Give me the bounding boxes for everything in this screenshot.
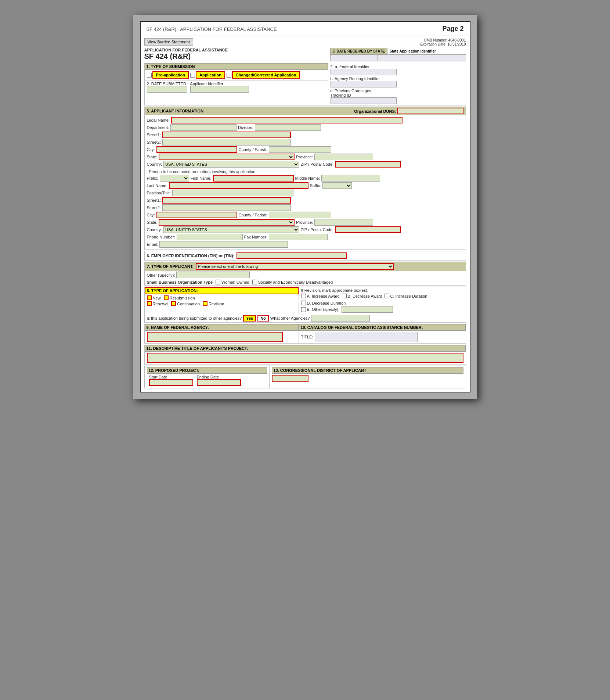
first-name-input[interactable] (213, 175, 294, 182)
other-agencies-input[interactable] (311, 315, 370, 322)
congressional-district-input[interactable] (272, 375, 308, 382)
other-specify-label: Other (Specify): (147, 273, 175, 277)
state-select[interactable] (159, 154, 295, 160)
other-specify-input[interactable] (176, 272, 250, 278)
tracking-id-input[interactable] (331, 97, 397, 104)
yes-button[interactable]: Yes (243, 315, 256, 322)
last-name-label: Last Name: (147, 183, 167, 188)
fax-input[interactable] (269, 234, 328, 240)
contact-header: Person to be contacted on matters involv… (147, 168, 463, 174)
revision-checkbox[interactable] (203, 301, 207, 306)
agency-routing-input[interactable] (331, 81, 397, 87)
application-btn[interactable]: Application (196, 71, 225, 79)
position-input[interactable] (172, 190, 293, 196)
increase-award-checkbox[interactable] (301, 294, 306, 298)
end-date-group: Ending Date (197, 375, 241, 386)
contact-street1-input[interactable] (162, 197, 291, 204)
federal-agency-input[interactable] (147, 332, 283, 342)
cfda-title-input[interactable] (315, 332, 418, 342)
country-zip-row: Country: USA: UNITED STATES ZIP / Postal… (147, 161, 463, 168)
province-input[interactable] (314, 154, 373, 160)
pre-app-container: Pre-application (147, 71, 189, 79)
women-owned-label: Women Owned (221, 280, 249, 284)
new-label: New (153, 296, 161, 300)
date-submitted-input[interactable] (147, 86, 187, 93)
country-label: Country: (147, 162, 162, 166)
contact-city-input[interactable] (156, 212, 237, 218)
pre-app-checkbox[interactable] (147, 73, 152, 78)
street1-input[interactable] (162, 132, 291, 138)
socially-container: Socially and Economically Disadvantaged (252, 280, 333, 284)
contact-county-input[interactable] (269, 212, 331, 218)
new-checkbox[interactable] (147, 295, 152, 300)
city-input[interactable] (156, 146, 237, 153)
section12-header: 12. PROPOSED PROJECT: (147, 367, 267, 374)
section11-block: 11. DESCRIPTIVE TITLE OF APPLICANT'S PRO… (144, 345, 466, 365)
contact-zip-label: ZIP / Postal Code: (301, 227, 333, 232)
start-date-input[interactable] (149, 379, 193, 386)
division-input[interactable] (255, 124, 321, 131)
page-number: Page 2 (442, 25, 463, 33)
section12-block: 12. PROPOSED PROJECT: Start Date Ending … (145, 366, 270, 388)
email-input[interactable] (159, 241, 288, 248)
changed-btn[interactable]: Changed/Corrected Application (232, 71, 300, 79)
form-title-text: SF 424 (R&R) (147, 26, 177, 32)
date-received-state-input[interactable] (330, 55, 378, 61)
decrease-duration-checkbox[interactable] (301, 301, 306, 305)
section4c-label: c. Previous Grants.gov Tracking ID (331, 89, 463, 97)
application-checkbox[interactable] (190, 73, 195, 78)
street2-input[interactable] (162, 139, 291, 146)
ein-input[interactable] (237, 252, 347, 259)
section8-block: 8. TYPE OF APPLICATION: New Resubmission (144, 287, 466, 323)
other-revision-input[interactable] (342, 306, 393, 313)
no-button[interactable]: No (257, 315, 269, 322)
contact-province-input[interactable] (314, 219, 373, 226)
resubmission-checkbox[interactable] (164, 295, 169, 300)
prefix-label: Prefix: (147, 176, 158, 180)
renewal-label: Renewal (153, 302, 169, 306)
contact-country-select[interactable]: USA: UNITED STATES (163, 226, 299, 233)
federal-id-input[interactable] (331, 69, 397, 75)
applicant-type-select[interactable]: Please select one of the following (196, 263, 394, 270)
country-select[interactable]: USA: UNITED STATES (163, 161, 299, 168)
contact-street2-input[interactable] (162, 204, 291, 211)
position-label: Position/Title: (147, 191, 171, 195)
section3-block: 3. DATE RECEIVED BY STATE State Applicat… (330, 48, 466, 61)
contact-zip-input[interactable] (335, 226, 401, 233)
decrease-award-checkbox[interactable] (342, 294, 347, 298)
legal-name-input[interactable] (171, 117, 403, 123)
zip-input[interactable] (335, 161, 401, 168)
continuation-checkbox[interactable] (171, 301, 176, 306)
dept-input[interactable] (170, 124, 237, 131)
increase-duration-checkbox[interactable] (385, 294, 389, 298)
form-body: View Burden Statement OMB Number: 4040-0… (141, 36, 470, 392)
application-container: Application (190, 71, 225, 79)
continuation-label: Continuation (177, 302, 200, 306)
phone-input[interactable] (177, 234, 243, 240)
suffix-select[interactable] (322, 182, 352, 189)
pre-application-btn[interactable]: Pre-application (152, 71, 189, 79)
other-revision-checkbox[interactable] (301, 307, 306, 312)
contact-state-select[interactable] (159, 219, 295, 226)
view-burden-button[interactable]: View Burden Statement (144, 38, 193, 46)
prefix-select[interactable] (160, 175, 189, 182)
last-name-input[interactable] (169, 182, 308, 189)
org-duns-input[interactable] (397, 108, 463, 114)
middle-name-input[interactable] (321, 175, 380, 182)
state-app-id-input[interactable] (378, 55, 466, 61)
renewal-checkbox[interactable] (147, 301, 152, 306)
new-container: New (147, 295, 161, 300)
section13-content (272, 374, 463, 383)
other-revision-container: E. Other (specify): (301, 307, 340, 312)
ending-date-input[interactable] (197, 379, 241, 386)
county-input[interactable] (269, 146, 331, 153)
socially-checkbox[interactable] (252, 280, 257, 284)
section7-block: 7. TYPE OF APPLICANT: Please select one … (144, 262, 466, 286)
changed-checkbox[interactable] (227, 73, 231, 78)
applicant-id-input[interactable] (190, 86, 249, 93)
cfda-title-label: TITLE: (301, 335, 313, 339)
section10-block: 10. CATALOG OF FEDERAL DOMESTIC ASSISTAN… (299, 324, 466, 343)
project-title-input[interactable] (147, 353, 463, 363)
women-owned-checkbox[interactable] (216, 280, 220, 284)
small-biz-row: Small Business Organization Type Women O… (145, 279, 466, 285)
